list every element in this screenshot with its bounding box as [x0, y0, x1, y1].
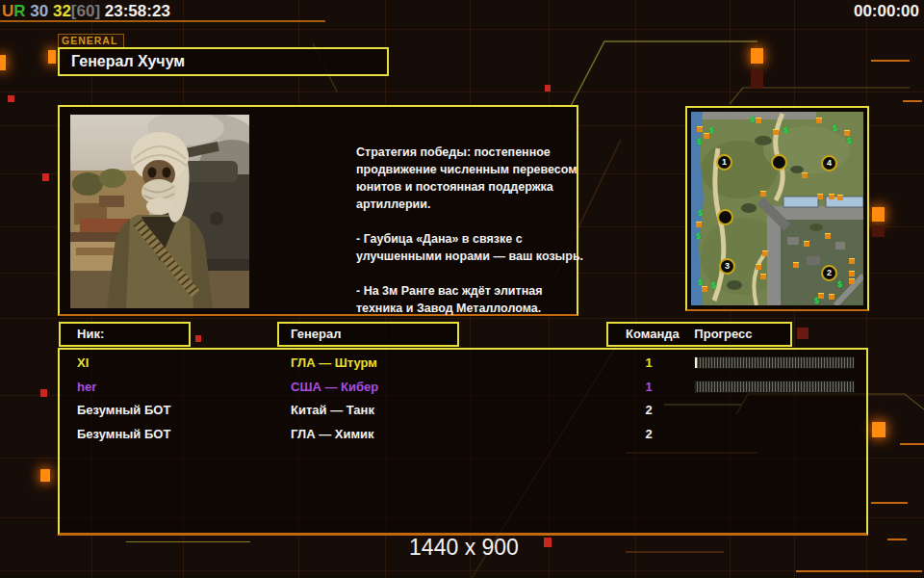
deco-square [195, 335, 201, 342]
player-nick: XI [77, 355, 89, 372]
minimap-overlay: 1432$$$$$$$$$$$$ [691, 112, 863, 305]
money-icon: $ [698, 278, 703, 287]
money-icon: $ [709, 126, 714, 135]
supply-icon [804, 241, 809, 247]
deco-dash [887, 539, 907, 540]
deco-square [42, 173, 49, 181]
money-icon: $ [847, 137, 852, 145]
supply-icon [849, 271, 855, 276]
minimap-panel: 1432$$$$$$$$$$$$ [685, 106, 869, 311]
player-general: ГЛА — Штурм [291, 355, 377, 372]
money-icon: $ [814, 297, 819, 305]
perf-segment: U [2, 2, 13, 20]
deco-square [872, 225, 885, 237]
supply-icon [816, 118, 822, 123]
supply-icon [773, 129, 779, 135]
money-icon: $ [833, 124, 837, 133]
roster-row: herСША — Кибер1 [60, 379, 866, 396]
deco-square [40, 389, 47, 397]
perf-segment: [60] [71, 2, 100, 20]
player-team: 2 [637, 402, 660, 419]
deco-line [126, 541, 250, 542]
supply-icon [756, 264, 761, 270]
minimap: 1432$$$$$$$$$$$$ [691, 112, 863, 305]
briefing-paragraph: - На 3м Ранге вас ждёт элитная техника и… [356, 282, 589, 317]
deco-dash [796, 570, 922, 572]
header-team-label: Команда [608, 327, 680, 341]
start-position-marker: 4 [821, 155, 837, 171]
deco-square [8, 95, 14, 102]
general-portrait [70, 115, 249, 308]
supply-icon [696, 222, 702, 227]
roster-table: XIГЛА — Штурм1herСША — Кибер1Безумный БО… [58, 348, 868, 536]
supply-icon [837, 195, 843, 200]
header-general-box: Генерал [277, 322, 459, 347]
briefing-paragraph: Стратегия победы: постепенное продвижени… [356, 144, 589, 213]
supply-icon [849, 258, 855, 264]
money-icon: $ [750, 116, 755, 124]
money-icon: $ [783, 126, 788, 135]
start-position-marker: 1 [716, 154, 732, 171]
deco-square [40, 469, 50, 482]
deco-dash [871, 502, 908, 504]
perf-readout: UR 30 32[60] 23:58:23 [2, 2, 170, 21]
perf-underline [0, 20, 325, 22]
supply-icon [762, 250, 768, 256]
strategy-briefing: Стратегия победы: постепенное продвижени… [356, 144, 589, 334]
deco-square [751, 48, 763, 64]
deco-square [872, 422, 886, 437]
player-general: США — Кибер [291, 379, 378, 396]
perf-segment: R [13, 2, 25, 20]
player-team: 1 [637, 355, 660, 372]
roster-row: Безумный БОТКитай — Танк2 [60, 402, 866, 419]
start-position-marker [771, 154, 787, 171]
player-general: ГЛА — Химик [291, 426, 374, 443]
supply-icon [760, 191, 766, 197]
deco-square [751, 69, 763, 89]
header-nick-box: Ник: [59, 322, 191, 347]
player-nick: Безумный БОТ [77, 402, 170, 419]
deco-square [0, 55, 6, 70]
player-team: 1 [637, 379, 660, 396]
player-team: 2 [637, 426, 660, 443]
money-icon: $ [696, 232, 701, 241]
money-icon: $ [711, 281, 716, 290]
resolution-label: 1440 x 900 [377, 535, 551, 561]
supply-icon [825, 233, 831, 239]
general-info-panel: Стратегия победы: постепенное продвижени… [58, 105, 578, 316]
deco-dash [871, 60, 910, 62]
header-team-progress-box: Команда Прогресс [606, 322, 792, 347]
supply-icon [793, 262, 799, 268]
roster-row: Безумный БОТГЛА — Химик2 [60, 426, 866, 443]
deco-dash [903, 100, 922, 102]
match-timer: 00:00:00 [854, 2, 919, 21]
perf-segment: 32 [48, 2, 71, 20]
general-tab: GENERAL [58, 34, 124, 48]
briefing-paragraph: - Гаубица «Дана» в связке с улучшенными … [356, 230, 589, 265]
header-general-label: Генерал [279, 327, 341, 341]
supply-icon [756, 118, 761, 123]
supply-icon [849, 278, 855, 284]
money-icon: $ [697, 138, 702, 146]
supply-icon [697, 126, 703, 132]
deco-square [872, 207, 885, 222]
header-progress-label: Прогресс [682, 327, 752, 341]
supply-icon [817, 194, 823, 199]
roster-row: XIГЛА — Штурм1 [60, 355, 866, 372]
supply-icon [829, 194, 834, 199]
deco-square [48, 50, 56, 64]
progress-bar [694, 356, 855, 369]
perf-segment: 30 [26, 2, 49, 20]
start-position-marker [717, 209, 733, 225]
money-icon: $ [837, 280, 842, 289]
player-general: Китай — Танк [291, 402, 374, 419]
start-position-marker: 2 [821, 265, 837, 281]
deco-square [545, 85, 551, 92]
supply-icon [760, 274, 766, 279]
progress-bar [694, 381, 855, 393]
deco-square [797, 328, 808, 339]
progress-cursor [695, 357, 697, 368]
supply-icon [802, 172, 808, 178]
perf-segment: 23:58:23 [100, 2, 170, 20]
player-nick: Безумный БОТ [77, 426, 170, 443]
